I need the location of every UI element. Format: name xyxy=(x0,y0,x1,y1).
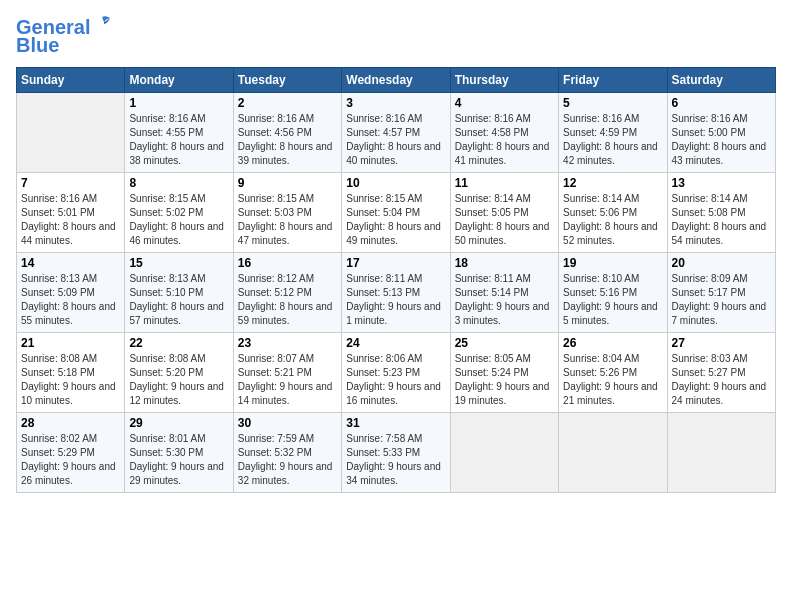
day-info: Sunrise: 8:12 AM Sunset: 5:12 PM Dayligh… xyxy=(238,272,337,328)
daylight-text: Daylight: 8 hours and 49 minutes. xyxy=(346,220,445,248)
day-cell xyxy=(559,413,667,493)
sunset-text: Sunset: 5:00 PM xyxy=(672,126,771,140)
day-info: Sunrise: 8:06 AM Sunset: 5:23 PM Dayligh… xyxy=(346,352,445,408)
daylight-text: Daylight: 9 hours and 5 minutes. xyxy=(563,300,662,328)
daylight-text: Daylight: 8 hours and 41 minutes. xyxy=(455,140,554,168)
day-number: 10 xyxy=(346,176,445,190)
sunset-text: Sunset: 5:21 PM xyxy=(238,366,337,380)
daylight-text: Daylight: 8 hours and 46 minutes. xyxy=(129,220,228,248)
day-cell: 15 Sunrise: 8:13 AM Sunset: 5:10 PM Dayl… xyxy=(125,253,233,333)
calendar-table: SundayMondayTuesdayWednesdayThursdayFrid… xyxy=(16,67,776,493)
header: General Blue xyxy=(16,16,776,57)
day-number: 15 xyxy=(129,256,228,270)
sunrise-text: Sunrise: 7:59 AM xyxy=(238,432,337,446)
sunset-text: Sunset: 5:33 PM xyxy=(346,446,445,460)
day-info: Sunrise: 8:15 AM Sunset: 5:02 PM Dayligh… xyxy=(129,192,228,248)
day-number: 24 xyxy=(346,336,445,350)
daylight-text: Daylight: 8 hours and 52 minutes. xyxy=(563,220,662,248)
sunset-text: Sunset: 4:58 PM xyxy=(455,126,554,140)
daylight-text: Daylight: 8 hours and 59 minutes. xyxy=(238,300,337,328)
week-row-5: 28 Sunrise: 8:02 AM Sunset: 5:29 PM Dayl… xyxy=(17,413,776,493)
sunset-text: Sunset: 5:14 PM xyxy=(455,286,554,300)
sunrise-text: Sunrise: 7:58 AM xyxy=(346,432,445,446)
day-number: 9 xyxy=(238,176,337,190)
daylight-text: Daylight: 9 hours and 16 minutes. xyxy=(346,380,445,408)
sunrise-text: Sunrise: 8:04 AM xyxy=(563,352,662,366)
day-number: 8 xyxy=(129,176,228,190)
day-number: 2 xyxy=(238,96,337,110)
day-number: 12 xyxy=(563,176,662,190)
day-info: Sunrise: 8:16 AM Sunset: 4:57 PM Dayligh… xyxy=(346,112,445,168)
sunrise-text: Sunrise: 8:15 AM xyxy=(238,192,337,206)
day-cell: 6 Sunrise: 8:16 AM Sunset: 5:00 PM Dayli… xyxy=(667,93,775,173)
day-info: Sunrise: 8:03 AM Sunset: 5:27 PM Dayligh… xyxy=(672,352,771,408)
daylight-text: Daylight: 9 hours and 26 minutes. xyxy=(21,460,120,488)
sunset-text: Sunset: 5:02 PM xyxy=(129,206,228,220)
day-info: Sunrise: 8:08 AM Sunset: 5:20 PM Dayligh… xyxy=(129,352,228,408)
sunrise-text: Sunrise: 8:05 AM xyxy=(455,352,554,366)
day-number: 18 xyxy=(455,256,554,270)
logo-bird-icon xyxy=(92,14,112,34)
day-cell: 25 Sunrise: 8:05 AM Sunset: 5:24 PM Dayl… xyxy=(450,333,558,413)
daylight-text: Daylight: 9 hours and 14 minutes. xyxy=(238,380,337,408)
day-cell: 1 Sunrise: 8:16 AM Sunset: 4:55 PM Dayli… xyxy=(125,93,233,173)
day-info: Sunrise: 8:04 AM Sunset: 5:26 PM Dayligh… xyxy=(563,352,662,408)
day-number: 25 xyxy=(455,336,554,350)
sunrise-text: Sunrise: 8:01 AM xyxy=(129,432,228,446)
day-info: Sunrise: 8:16 AM Sunset: 4:58 PM Dayligh… xyxy=(455,112,554,168)
day-cell: 29 Sunrise: 8:01 AM Sunset: 5:30 PM Dayl… xyxy=(125,413,233,493)
day-number: 4 xyxy=(455,96,554,110)
sunrise-text: Sunrise: 8:06 AM xyxy=(346,352,445,366)
sunrise-text: Sunrise: 8:14 AM xyxy=(455,192,554,206)
day-number: 16 xyxy=(238,256,337,270)
sunset-text: Sunset: 5:04 PM xyxy=(346,206,445,220)
day-info: Sunrise: 8:11 AM Sunset: 5:14 PM Dayligh… xyxy=(455,272,554,328)
day-number: 21 xyxy=(21,336,120,350)
weekday-header-sunday: Sunday xyxy=(17,68,125,93)
day-info: Sunrise: 8:16 AM Sunset: 5:01 PM Dayligh… xyxy=(21,192,120,248)
day-cell: 12 Sunrise: 8:14 AM Sunset: 5:06 PM Dayl… xyxy=(559,173,667,253)
sunrise-text: Sunrise: 8:15 AM xyxy=(346,192,445,206)
sunset-text: Sunset: 5:27 PM xyxy=(672,366,771,380)
day-cell: 19 Sunrise: 8:10 AM Sunset: 5:16 PM Dayl… xyxy=(559,253,667,333)
sunset-text: Sunset: 5:16 PM xyxy=(563,286,662,300)
sunrise-text: Sunrise: 8:16 AM xyxy=(129,112,228,126)
daylight-text: Daylight: 9 hours and 24 minutes. xyxy=(672,380,771,408)
sunset-text: Sunset: 5:24 PM xyxy=(455,366,554,380)
daylight-text: Daylight: 8 hours and 40 minutes. xyxy=(346,140,445,168)
day-info: Sunrise: 8:07 AM Sunset: 5:21 PM Dayligh… xyxy=(238,352,337,408)
day-number: 3 xyxy=(346,96,445,110)
weekday-header-wednesday: Wednesday xyxy=(342,68,450,93)
day-info: Sunrise: 8:11 AM Sunset: 5:13 PM Dayligh… xyxy=(346,272,445,328)
day-info: Sunrise: 8:09 AM Sunset: 5:17 PM Dayligh… xyxy=(672,272,771,328)
sunset-text: Sunset: 5:23 PM xyxy=(346,366,445,380)
sunset-text: Sunset: 5:32 PM xyxy=(238,446,337,460)
day-number: 13 xyxy=(672,176,771,190)
day-cell: 14 Sunrise: 8:13 AM Sunset: 5:09 PM Dayl… xyxy=(17,253,125,333)
day-number: 1 xyxy=(129,96,228,110)
daylight-text: Daylight: 8 hours and 54 minutes. xyxy=(672,220,771,248)
sunset-text: Sunset: 5:10 PM xyxy=(129,286,228,300)
day-number: 19 xyxy=(563,256,662,270)
day-number: 29 xyxy=(129,416,228,430)
sunset-text: Sunset: 5:03 PM xyxy=(238,206,337,220)
daylight-text: Daylight: 9 hours and 3 minutes. xyxy=(455,300,554,328)
day-cell: 16 Sunrise: 8:12 AM Sunset: 5:12 PM Dayl… xyxy=(233,253,341,333)
day-cell: 3 Sunrise: 8:16 AM Sunset: 4:57 PM Dayli… xyxy=(342,93,450,173)
day-info: Sunrise: 8:16 AM Sunset: 4:56 PM Dayligh… xyxy=(238,112,337,168)
weekday-header-tuesday: Tuesday xyxy=(233,68,341,93)
daylight-text: Daylight: 8 hours and 42 minutes. xyxy=(563,140,662,168)
daylight-text: Daylight: 9 hours and 7 minutes. xyxy=(672,300,771,328)
daylight-text: Daylight: 8 hours and 55 minutes. xyxy=(21,300,120,328)
day-cell xyxy=(17,93,125,173)
day-cell: 5 Sunrise: 8:16 AM Sunset: 4:59 PM Dayli… xyxy=(559,93,667,173)
day-info: Sunrise: 8:16 AM Sunset: 4:55 PM Dayligh… xyxy=(129,112,228,168)
sunrise-text: Sunrise: 8:15 AM xyxy=(129,192,228,206)
day-cell: 21 Sunrise: 8:08 AM Sunset: 5:18 PM Dayl… xyxy=(17,333,125,413)
day-cell: 22 Sunrise: 8:08 AM Sunset: 5:20 PM Dayl… xyxy=(125,333,233,413)
sunset-text: Sunset: 4:57 PM xyxy=(346,126,445,140)
sunset-text: Sunset: 5:26 PM xyxy=(563,366,662,380)
day-info: Sunrise: 7:59 AM Sunset: 5:32 PM Dayligh… xyxy=(238,432,337,488)
day-info: Sunrise: 7:58 AM Sunset: 5:33 PM Dayligh… xyxy=(346,432,445,488)
week-row-4: 21 Sunrise: 8:08 AM Sunset: 5:18 PM Dayl… xyxy=(17,333,776,413)
